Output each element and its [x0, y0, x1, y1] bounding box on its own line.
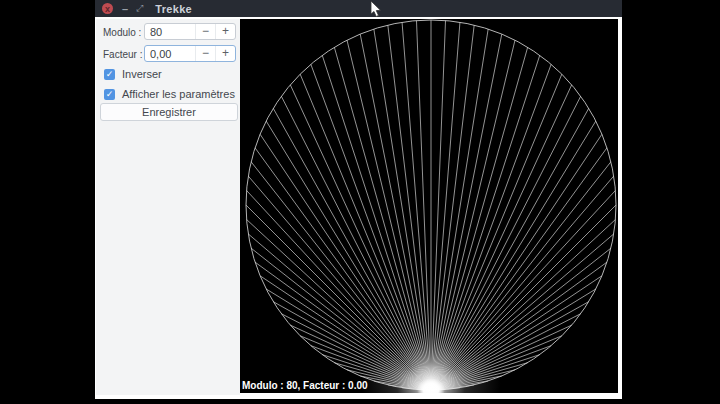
facteur-value[interactable]: 0,00 [145, 48, 195, 60]
facteur-spinbox[interactable]: 0,00 − + [144, 45, 236, 62]
window-body: Modulo : 80 − + Facteur : 0,00 − + ✓ Inv… [96, 17, 618, 395]
inverser-checkbox[interactable]: ✓ [104, 69, 115, 80]
save-button[interactable]: Enregistrer [100, 103, 238, 121]
modulo-decrement-button[interactable]: − [195, 24, 215, 39]
minimize-button[interactable]: – [122, 3, 128, 15]
titlebar[interactable]: x – ⤢ Trekke [95, 0, 622, 17]
modulo-spinbox[interactable]: 80 − + [144, 23, 236, 40]
string-art-pattern [240, 19, 618, 393]
settings-panel: Modulo : 80 − + Facteur : 0,00 − + ✓ Inv… [96, 19, 240, 395]
facteur-decrement-button[interactable]: − [195, 46, 215, 61]
close-button[interactable]: x [102, 3, 113, 14]
screen: x – ⤢ Trekke Modulo : 80 − + Facteur : 0… [0, 0, 720, 404]
afficher-label: Afficher les paramètres [122, 88, 235, 100]
inverser-checkbox-row[interactable]: ✓ Inverser [104, 68, 162, 80]
modulo-value[interactable]: 80 [145, 26, 195, 38]
restore-button[interactable]: ⤢ [136, 3, 143, 14]
facteur-increment-button[interactable]: + [215, 46, 235, 61]
inverser-label: Inverser [122, 68, 162, 80]
drawing-canvas[interactable]: Modulo : 80, Facteur : 0.00 [240, 19, 618, 393]
app-window: x – ⤢ Trekke Modulo : 80 − + Facteur : 0… [95, 0, 622, 399]
canvas-parameters-text: Modulo : 80, Facteur : 0.00 [242, 380, 368, 391]
facteur-label: Facteur : [103, 49, 142, 60]
window-title: Trekke [155, 3, 192, 15]
modulo-label: Modulo : [103, 27, 141, 38]
mouse-cursor [370, 1, 382, 19]
modulo-increment-button[interactable]: + [215, 24, 235, 39]
afficher-checkbox[interactable]: ✓ [104, 89, 115, 100]
afficher-checkbox-row[interactable]: ✓ Afficher les paramètres [104, 88, 235, 100]
